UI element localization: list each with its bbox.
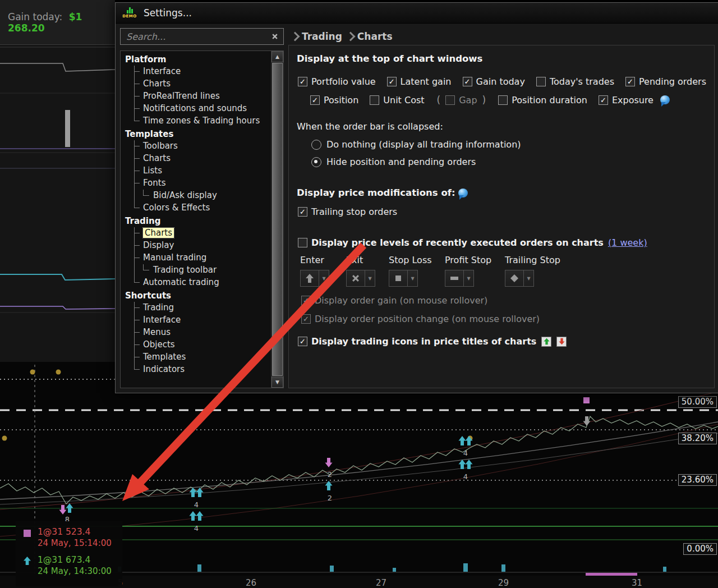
help-bubble-icon[interactable] xyxy=(660,95,670,104)
order-style-dropdown-enter[interactable]: ▼ xyxy=(300,270,329,287)
breadcrumb-trading[interactable]: Trading xyxy=(302,31,342,42)
tree-item-time-zones-trading-hours[interactable]: Time zones & Trading hours xyxy=(124,115,270,127)
dropdown-arrow-icon[interactable]: ▼ xyxy=(463,270,473,286)
svg-text:2: 2 xyxy=(328,470,332,479)
option-latent-gain: ✓Latent gain xyxy=(387,76,452,87)
checkbox-pending-orders[interactable]: ✓ xyxy=(625,77,635,86)
radio-do-nothing-display-all-trading-information[interactable] xyxy=(311,140,321,150)
price-level-label: 0.00% xyxy=(683,543,717,555)
checkbox-trailing-stop-orders[interactable]: ✓ xyxy=(298,207,307,217)
dialog-titlebar[interactable]: DEMO Settings... xyxy=(116,3,718,24)
tree-item-lists[interactable]: Lists xyxy=(124,165,270,177)
rollover-option: ✓Display order gain (on mouse rollover) xyxy=(301,295,706,306)
tree-item-charts[interactable]: Charts xyxy=(124,78,270,90)
option-unit-cost: Unit Cost xyxy=(370,95,424,105)
tree-item-prorealtrend-lines[interactable]: ProRealTrend lines xyxy=(124,90,270,103)
tree-item-indicators[interactable]: Indicators xyxy=(124,364,270,376)
tree-item-manual-trading[interactable]: Manual trading xyxy=(124,252,270,264)
tree-item-trading[interactable]: Trading xyxy=(124,302,270,314)
tree-item-charts[interactable]: Charts xyxy=(124,153,270,165)
date-label: 31 xyxy=(632,578,642,588)
rollover-option: ✓Display order position change (on mouse… xyxy=(301,314,706,324)
tree-item-label: Notifications and sounds xyxy=(143,103,247,113)
tree-item-automatic-trading[interactable]: Automatic trading xyxy=(124,277,270,289)
tree-item-colors-effects[interactable]: Colors & Effects xyxy=(124,202,270,214)
trade-marker-arrow-up-icon xyxy=(21,556,33,566)
option-position-duration: Position duration xyxy=(498,95,587,105)
checkbox-today-s-trades[interactable] xyxy=(536,77,546,86)
checkbox-display-trading-icons-in-price-titles-of-charts[interactable]: ✓ xyxy=(298,337,307,346)
tree-item-bid-ask-display[interactable]: Bid/Ask display xyxy=(124,190,270,202)
order-style-dropdown-trailing-stop[interactable]: ▼ xyxy=(505,270,534,287)
checkbox-display-order-position-change-on-mouse-rollover[interactable]: ✓ xyxy=(301,314,311,324)
tree-item-interface[interactable]: Interface xyxy=(124,314,270,327)
svg-text:4: 4 xyxy=(463,472,468,481)
tree-item-templates[interactable]: Templates xyxy=(124,351,270,364)
dropdown-arrow-icon[interactable]: ▼ xyxy=(365,270,375,286)
square-icon xyxy=(389,270,407,286)
checkbox-gain-today[interactable]: ✓ xyxy=(463,77,472,86)
label-display-trading-icons-in-price-titles-of-charts: Display trading icons in price titles of… xyxy=(311,336,536,347)
order-column-profit-stop: Profit Stop▼ xyxy=(445,255,505,287)
help-bubble-icon[interactable] xyxy=(458,189,468,197)
checkbox-gap[interactable] xyxy=(445,95,455,105)
trade-tooltip-text: 1@31 523.424 May, 15:14:00 xyxy=(38,526,112,549)
order-column-header: Enter xyxy=(300,255,346,265)
scroll-up-icon[interactable]: ▲ xyxy=(271,51,283,62)
checkbox-position-duration[interactable] xyxy=(498,95,508,105)
tree-item-display[interactable]: Display xyxy=(124,240,270,252)
scroll-down-icon[interactable]: ▼ xyxy=(271,376,283,388)
checkbox-exposure[interactable]: ✓ xyxy=(599,95,608,105)
chart-top-options-row2: ✓PositionUnit Cost(Gap)Position duration… xyxy=(310,94,706,105)
label-do-nothing-display-all-trading-information: Do nothing (display all trading informat… xyxy=(326,139,521,150)
checkbox-latent-gain[interactable]: ✓ xyxy=(387,77,397,86)
order-style-dropdown-exit[interactable]: ▼ xyxy=(346,270,375,287)
checkbox-display-price-levels-of-recently-executed-orders-on-charts[interactable] xyxy=(298,238,307,247)
tree-item-label: Objects xyxy=(143,339,175,350)
label-portfolio-value: Portfolio value xyxy=(311,76,376,87)
breadcrumb-charts[interactable]: Charts xyxy=(357,31,393,42)
checkbox-display-order-gain-on-mouse-rollover[interactable]: ✓ xyxy=(301,296,311,305)
dropdown-arrow-icon[interactable]: ▼ xyxy=(523,270,533,286)
tree-item-label: Bid/Ask display xyxy=(153,190,217,200)
checkbox-position[interactable]: ✓ xyxy=(310,95,320,105)
label-position: Position xyxy=(324,95,358,105)
order-style-dropdown-profit-stop[interactable]: ▼ xyxy=(445,270,474,287)
x-icon xyxy=(347,270,365,286)
option-gap: (Gap) xyxy=(436,94,487,105)
trade-price: 1@31 523.4 xyxy=(38,526,112,538)
tree-item-label: Interface xyxy=(143,66,181,76)
tree-item-toolbars[interactable]: Toolbars xyxy=(124,140,270,153)
tree-item-menus[interactable]: Menus xyxy=(124,327,270,339)
tree-item-notifications-and-sounds[interactable]: Notifications and sounds xyxy=(124,103,270,115)
search-box[interactable] xyxy=(120,28,284,45)
label-display-price-levels-of-recently-executed-orders-on-charts: Display price levels of recently execute… xyxy=(311,237,604,248)
scrollbar-thumb[interactable] xyxy=(272,63,283,376)
order-bar-collapsed-options: Do nothing (display all trading informat… xyxy=(311,139,706,167)
option-gain-today: ✓Gain today xyxy=(463,76,525,87)
search-input[interactable] xyxy=(125,31,268,43)
tree-item-label: Charts xyxy=(143,228,174,238)
tree-section-templates: Templates xyxy=(124,127,270,140)
radio-hide-position-and-pending-orders[interactable] xyxy=(311,157,321,167)
tree-item-trading-toolbar[interactable]: Trading toolbar xyxy=(124,264,270,277)
checkbox-portfolio-value[interactable]: ✓ xyxy=(298,77,307,86)
order-style-dropdown-stop-loss[interactable]: ▼ xyxy=(389,270,418,287)
paren-close: ) xyxy=(482,94,486,105)
checkbox-unit-cost[interactable] xyxy=(370,95,379,105)
tree-scrollbar[interactable]: ▲ ▼ xyxy=(271,51,283,388)
tree-item-label: Menus xyxy=(143,327,171,337)
order-column-enter: Enter▼ xyxy=(300,255,346,287)
tree-item-objects[interactable]: Objects xyxy=(124,339,270,351)
option-position: ✓Position xyxy=(310,95,358,105)
dropdown-arrow-icon[interactable]: ▼ xyxy=(407,270,417,286)
diamond-icon xyxy=(505,270,523,286)
tree-item-interface[interactable]: Interface xyxy=(124,66,270,78)
dropdown-arrow-icon[interactable]: ▼ xyxy=(319,270,329,286)
clear-search-icon[interactable] xyxy=(271,33,279,40)
tree-item-fonts[interactable]: Fonts xyxy=(124,177,270,190)
label-position-duration: Position duration xyxy=(512,95,587,105)
one-week-link[interactable]: (1 week) xyxy=(608,237,647,248)
trade-price: 1@31 673.4 xyxy=(38,554,112,566)
tree-item-charts[interactable]: Charts xyxy=(124,227,270,240)
